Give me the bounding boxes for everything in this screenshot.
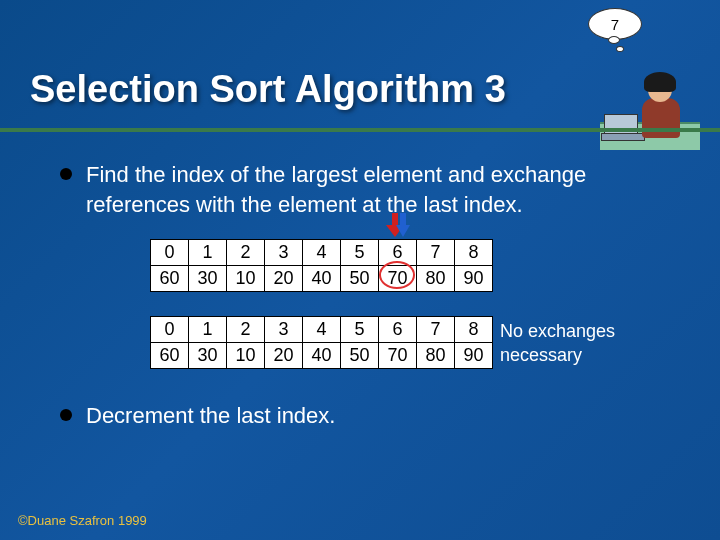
index-cell: 7 bbox=[417, 240, 455, 266]
copyright-footer: ©Duane Szafron 1999 bbox=[18, 513, 147, 528]
value-cell: 30 bbox=[189, 343, 227, 369]
bullet-text: Find the index of the largest element an… bbox=[86, 160, 660, 219]
value-cell: 40 bbox=[303, 266, 341, 292]
bullet-text: Decrement the last index. bbox=[86, 401, 335, 431]
index-cell: 7 bbox=[417, 317, 455, 343]
index-cell: 4 bbox=[303, 317, 341, 343]
index-cell: 6 bbox=[379, 240, 417, 266]
value-cell: 50 bbox=[341, 343, 379, 369]
title-underline bbox=[0, 128, 720, 132]
value-cell: 80 bbox=[417, 266, 455, 292]
value-cell: 70 bbox=[379, 343, 417, 369]
index-cell: 3 bbox=[265, 240, 303, 266]
index-cell: 2 bbox=[227, 317, 265, 343]
index-cell: 4 bbox=[303, 240, 341, 266]
value-cell: 40 bbox=[303, 343, 341, 369]
index-cell: 3 bbox=[265, 317, 303, 343]
index-cell: 2 bbox=[227, 240, 265, 266]
value-cell: 80 bbox=[417, 343, 455, 369]
page-number: 7 bbox=[611, 16, 619, 33]
slide-title: Selection Sort Algorithm 3 bbox=[30, 68, 506, 111]
value-cell: 90 bbox=[455, 343, 493, 369]
slide-content: Find the index of the largest element an… bbox=[60, 160, 660, 449]
bullet-dot-icon bbox=[60, 409, 72, 421]
value-cell: 60 bbox=[151, 266, 189, 292]
index-cell: 6 bbox=[379, 317, 417, 343]
value-cell: 90 bbox=[455, 266, 493, 292]
no-exchange-note: No exchanges necessary bbox=[500, 320, 670, 367]
index-cell: 8 bbox=[455, 240, 493, 266]
value-cell: 60 bbox=[151, 343, 189, 369]
value-cell: 30 bbox=[189, 266, 227, 292]
array-table-1: 012345678 603010204050708090 bbox=[150, 239, 493, 312]
bullet-item: Find the index of the largest element an… bbox=[60, 160, 660, 219]
array-table-2: 012345678 603010204050708090 bbox=[150, 316, 493, 389]
bullet-item: Decrement the last index. bbox=[60, 401, 660, 431]
bullet-dot-icon bbox=[60, 168, 72, 180]
value-cell: 20 bbox=[265, 266, 303, 292]
svg-marker-1 bbox=[396, 213, 410, 237]
tables-area: 012345678 603010204050708090 012345678 6… bbox=[150, 239, 660, 393]
value-cell: 20 bbox=[265, 343, 303, 369]
value-cell: 50 bbox=[341, 266, 379, 292]
index-cell: 8 bbox=[455, 317, 493, 343]
index-cell: 5 bbox=[341, 240, 379, 266]
value-cell: 10 bbox=[227, 266, 265, 292]
index-cell: 5 bbox=[341, 317, 379, 343]
thinking-person-graphic bbox=[600, 50, 700, 150]
index-cell: 1 bbox=[189, 317, 227, 343]
index-cell: 0 bbox=[151, 317, 189, 343]
arrow-marker bbox=[386, 213, 410, 239]
index-cell: 1 bbox=[189, 240, 227, 266]
value-cell: 70 bbox=[379, 266, 417, 292]
value-cell: 10 bbox=[227, 343, 265, 369]
index-cell: 0 bbox=[151, 240, 189, 266]
